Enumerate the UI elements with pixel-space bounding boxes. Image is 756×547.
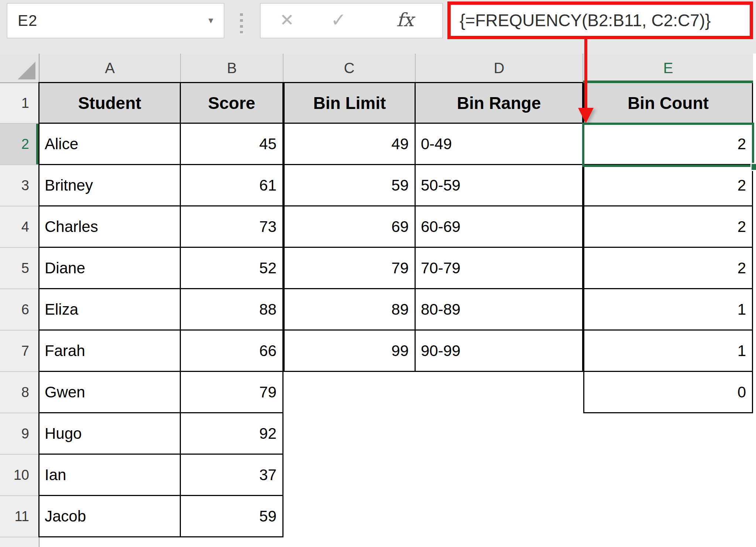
cell-C6[interactable]: 89: [285, 289, 416, 331]
col-header-B[interactable]: B: [181, 54, 284, 82]
cell-B10[interactable]: 37: [181, 455, 284, 496]
cell-E4[interactable]: 2: [584, 206, 753, 248]
cell-B7[interactable]: 66: [181, 331, 284, 372]
cell-A5[interactable]: Diane: [39, 248, 181, 289]
cell-D4[interactable]: 60-69: [416, 206, 583, 248]
cell-D6[interactable]: 80-89: [416, 289, 583, 331]
selected-column-indicator: [583, 81, 753, 83]
cell-E8[interactable]: 0: [584, 372, 753, 413]
insert-function-icon[interactable]: fx: [396, 9, 414, 31]
cell-C4[interactable]: 69: [285, 206, 416, 248]
select-all-button[interactable]: [0, 54, 39, 82]
cell-B6[interactable]: 88: [181, 289, 284, 331]
cancel-button[interactable]: ✕: [280, 10, 294, 30]
cell-A2[interactable]: Alice: [39, 124, 181, 165]
cell-B1[interactable]: Score: [181, 83, 284, 124]
cell-B8[interactable]: 79: [181, 372, 284, 413]
row-header-3[interactable]: 3: [0, 165, 39, 206]
cell-C7[interactable]: 99: [285, 331, 416, 372]
cell-A9[interactable]: Hugo: [39, 413, 181, 455]
row-header-11[interactable]: 11: [0, 496, 39, 537]
name-box-dropdown-icon[interactable]: ▼: [207, 4, 215, 38]
enter-button[interactable]: ✓: [331, 9, 346, 31]
cell-A6[interactable]: Eliza: [39, 289, 181, 331]
formula-input[interactable]: {=FREQUENCY(B2:B11, C2:C7)}: [451, 10, 711, 30]
cell-A1[interactable]: Student: [39, 83, 181, 124]
cell-A8[interactable]: Gwen: [39, 372, 181, 413]
cell-D3[interactable]: 50-59: [416, 165, 583, 206]
row-header-7[interactable]: 7: [0, 331, 39, 372]
cell-A10[interactable]: Ian: [39, 455, 181, 496]
cell-A3[interactable]: Britney: [39, 165, 181, 206]
cell-E3[interactable]: 2: [584, 165, 753, 206]
cell-A4[interactable]: Charles: [39, 206, 181, 248]
col-header-E-selected[interactable]: E: [583, 54, 753, 82]
cell-B4[interactable]: 73: [181, 206, 284, 248]
cell-B3[interactable]: 61: [181, 165, 284, 206]
fill-handle[interactable]: [752, 164, 756, 170]
cell-C1[interactable]: Bin Limit: [285, 83, 416, 124]
select-all-triangle-icon: [18, 62, 35, 79]
col-header-C[interactable]: C: [284, 54, 416, 82]
annotation-arrow-head-icon: [578, 108, 594, 123]
name-box-value: E2: [7, 12, 37, 30]
row-header-6[interactable]: 6: [0, 289, 39, 331]
student-score-table: Student Score Alice 45 Britney 61 Charle…: [38, 82, 284, 537]
row-header-8[interactable]: 8: [0, 372, 39, 413]
cell-B11[interactable]: 59: [181, 496, 284, 537]
cell-D7[interactable]: 90-99: [416, 331, 583, 372]
bin-count-table: Bin Count 2 2 2 2 1 1 0: [583, 82, 753, 413]
cell-E6[interactable]: 1: [584, 289, 753, 331]
namebox-resize-handle-icon[interactable]: [240, 13, 243, 33]
cell-B5[interactable]: 52: [181, 248, 284, 289]
row-header-12-partial[interactable]: [0, 537, 39, 547]
cell-D5[interactable]: 70-79: [416, 248, 583, 289]
cell-D1[interactable]: Bin Range: [416, 83, 583, 124]
formula-highlight-box: {=FREQUENCY(B2:B11, C2:C7)}: [447, 1, 753, 39]
column-header-strip: A B C D E: [0, 54, 753, 83]
cell-C2[interactable]: 49: [285, 124, 416, 165]
row-header-5[interactable]: 5: [0, 248, 39, 289]
formula-buttons-box: ✕ ✓ fx: [260, 3, 443, 38]
col-header-D[interactable]: D: [416, 54, 583, 82]
cell-D2[interactable]: 0-49: [416, 124, 583, 165]
name-box[interactable]: E2 ▼: [7, 3, 224, 38]
cell-E2-selected[interactable]: 2: [584, 124, 753, 165]
formula-bar-strip: E2 ▼ ✕ ✓ fx {=FREQUENCY(B2:B11, C2:C7)}: [0, 0, 756, 54]
row-header-2-selected[interactable]: 2: [0, 124, 39, 165]
col-header-A[interactable]: A: [39, 54, 181, 82]
cell-E5[interactable]: 2: [584, 248, 753, 289]
cell-C5[interactable]: 79: [285, 248, 416, 289]
bin-table: Bin Limit Bin Range 49 0-49 59 50-59 69 …: [284, 82, 583, 372]
row-header-1[interactable]: 1: [0, 83, 39, 124]
row-header-10[interactable]: 10: [0, 455, 39, 496]
cell-A11[interactable]: Jacob: [39, 496, 181, 537]
cell-E7[interactable]: 1: [584, 331, 753, 372]
cell-E1[interactable]: Bin Count: [584, 83, 753, 124]
row-header-9[interactable]: 9: [0, 413, 39, 455]
cell-B9[interactable]: 92: [181, 413, 284, 455]
row-header-4[interactable]: 4: [0, 206, 39, 248]
cell-A7[interactable]: Farah: [39, 331, 181, 372]
cell-C3[interactable]: 59: [285, 165, 416, 206]
annotation-arrow: [584, 38, 587, 109]
cell-B2[interactable]: 45: [181, 124, 284, 165]
